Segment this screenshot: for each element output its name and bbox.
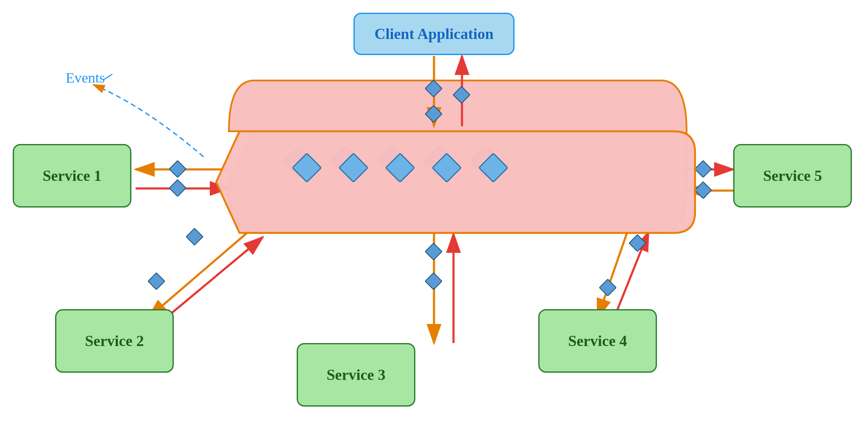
diamond-s4-2 [599,279,616,296]
client-application-label: Client Application [374,25,493,43]
diamond-s4-1 [629,235,646,252]
diamond-s2-1 [186,228,203,245]
service1-label: Service 1 [43,167,102,185]
service2-label: Service 2 [85,332,144,350]
service4-box: Service 4 [538,309,657,373]
diamond-s1-2 [169,180,186,197]
events-label-text: Events [66,70,105,86]
arrow-s2-to-bus-red [161,237,263,322]
arrow-bus-to-s4-orange [598,232,627,318]
service1-box: Service 1 [13,144,131,208]
diagram-svg: Events [0,0,868,443]
service5-label: Service 5 [763,167,822,185]
service2-box: Service 2 [55,309,174,373]
diamond-s5-1 [695,161,712,177]
events-arrow-indicator [104,74,112,80]
diamond-s2-2 [148,273,165,290]
client-application-box: Client Application [353,13,515,55]
diamond-s5-2 [695,182,712,199]
diamond-s3-2 [425,273,442,290]
arrow-bus-to-s2-orange [148,232,248,318]
service4-label: Service 4 [568,332,627,350]
service3-box: Service 3 [297,343,415,407]
diamond-s3-1 [425,243,442,260]
diagram-container: Events Client Application Service 1 Serv… [0,0,868,443]
service3-label: Service 3 [327,366,386,384]
service5-box: Service 5 [733,144,852,208]
diamond-s1-1 [169,161,186,177]
